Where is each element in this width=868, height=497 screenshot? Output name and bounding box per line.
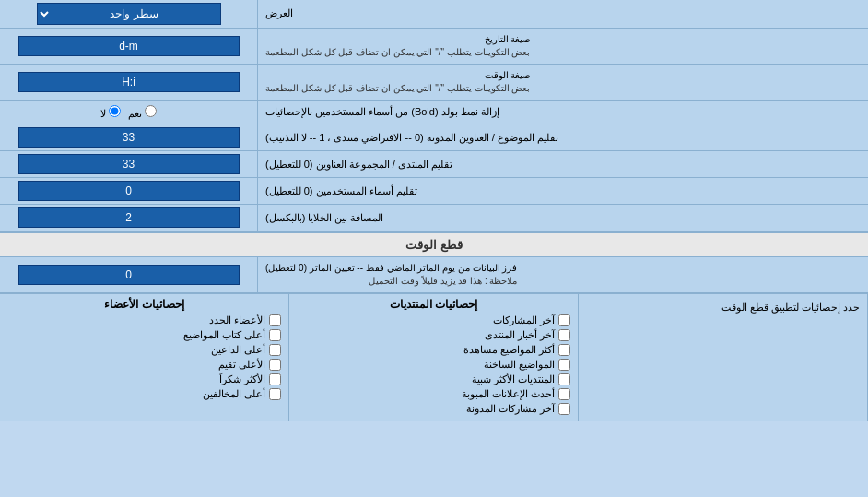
cutoff-label: فرز البيانات من يوم الماثر الماضي فقط --… — [258, 257, 868, 292]
username-limit-input-cell[interactable] — [0, 178, 258, 204]
forum-stats-col: إحصائيات المنتديات آخر المشاركات آخر أخب… — [289, 294, 579, 421]
date-format-input[interactable] — [18, 36, 240, 56]
bold-remove-row: إزالة نمط بولد (Bold) من أسماء المستخدمي… — [0, 101, 868, 124]
forum-limit-input[interactable] — [18, 154, 240, 174]
username-limit-input[interactable] — [18, 181, 240, 201]
member-stats-title: إحصائيات الأعضاء — [7, 298, 281, 311]
radio-yes[interactable] — [145, 105, 157, 117]
cutoff-row-note: ملاحظة : هذا قد يزيد قليلاً وقت التحميل — [265, 275, 517, 288]
bold-remove-label: إزالة نمط بولد (Bold) من أسماء المستخدمي… — [258, 101, 868, 124]
cutoff-title: قطع الوقت — [405, 238, 463, 252]
section-label: العرض — [258, 0, 868, 28]
bold-remove-radio-group: نعم لا — [18, 105, 240, 120]
forum-stats-title: إحصائيات المنتديات — [297, 298, 570, 311]
time-format-input[interactable] — [18, 72, 240, 92]
time-format-title: صيغة الوقت — [265, 69, 530, 82]
checkbox-most-viewed[interactable]: أكثر المواضيع مشاهدة — [297, 344, 570, 356]
checkbox-latest-ads[interactable]: أحدث الإعلانات المبوبة — [297, 388, 570, 400]
display-select[interactable]: سطر واحد سطرين ثلاثة أسطر — [37, 3, 221, 25]
section-title: العرض — [265, 6, 293, 20]
gap-input-cell[interactable] — [0, 205, 258, 231]
checkbox-top-violators[interactable]: أعلى المخالفين — [7, 388, 281, 400]
forum-limit-label: تقليم المنتدى / المجموعة العناوين (0 للت… — [258, 151, 868, 177]
gap-label: المسافة بين الخلايا (بالبكسل) — [258, 205, 868, 231]
cutoff-row-title: فرز البيانات من يوم الماثر الماضي فقط --… — [265, 262, 517, 275]
time-format-label: صيغة الوقت بعض التكوينات يتطلب "/" التي … — [258, 65, 868, 100]
forum-limit-title: تقليم المنتدى / المجموعة العناوين (0 للت… — [265, 158, 452, 172]
gap-title: المسافة بين الخلايا (بالبكسل) — [265, 211, 384, 225]
date-format-sublabel: بعض التكوينات يتطلب "/" التي يمكن ان تضا… — [265, 46, 530, 59]
radio-no[interactable] — [109, 105, 121, 117]
date-format-input-cell[interactable] — [0, 29, 258, 64]
radio-no-label[interactable]: لا — [100, 105, 121, 120]
forum-limit-row: تقليم المنتدى / المجموعة العناوين (0 للت… — [0, 151, 868, 178]
subject-limit-title: تقليم الموضوع / العناوين المدونة (0 -- ا… — [265, 131, 558, 145]
username-limit-label: تقليم أسماء المستخدمين (0 للتعطيل) — [258, 178, 868, 204]
bold-remove-input-cell: نعم لا — [0, 101, 258, 124]
subject-limit-input[interactable] — [18, 127, 240, 148]
subject-limit-label: تقليم الموضوع / العناوين المدونة (0 -- ا… — [258, 124, 868, 150]
cutoff-row: فرز البيانات من يوم الماثر الماضي فقط --… — [0, 257, 868, 293]
cutoff-header: قطع الوقت — [0, 231, 868, 257]
apply-label-text: حدد إحصائيات لتطبيق قطع الوقت — [586, 298, 860, 317]
forum-limit-input-cell[interactable] — [0, 151, 258, 177]
username-limit-row: تقليم أسماء المستخدمين (0 للتعطيل) — [0, 178, 868, 205]
gap-input[interactable] — [18, 207, 240, 228]
time-format-input-cell[interactable] — [0, 65, 258, 100]
cutoff-input-cell[interactable] — [0, 257, 258, 292]
date-format-label: صيغة التاريخ بعض التكوينات يتطلب "/" الت… — [258, 29, 868, 64]
subject-limit-row: تقليم الموضوع / العناوين المدونة (0 -- ا… — [0, 124, 868, 151]
bold-remove-title: إزالة نمط بولد (Bold) من أسماء المستخدمي… — [265, 105, 499, 119]
apply-label-col: حدد إحصائيات لتطبيق قطع الوقت — [579, 294, 868, 421]
cutoff-input[interactable] — [18, 265, 240, 285]
time-format-sublabel: بعض التكوينات يتطلب "/" التي يمكن ان تضا… — [265, 82, 530, 95]
subject-limit-input-cell[interactable] — [0, 124, 258, 150]
header-row: العرض سطر واحد سطرين ثلاثة أسطر — [0, 0, 868, 29]
gap-row: المسافة بين الخلايا (بالبكسل) — [0, 205, 868, 231]
checkbox-new-members[interactable]: الأعضاء الجدد — [7, 314, 281, 326]
checkbox-similar-forums[interactable]: المنتديات الأكثر شبية — [297, 373, 570, 385]
checkbox-most-thanked[interactable]: الأكثر شكراً — [7, 373, 281, 385]
stats-checkboxes-section: حدد إحصائيات لتطبيق قطع الوقت إحصائيات ا… — [0, 293, 868, 421]
checkbox-hot-topics[interactable]: المواضيع الساخنة — [297, 359, 570, 371]
time-format-row: صيغة الوقت بعض التكوينات يتطلب "/" التي … — [0, 65, 868, 101]
select-cell[interactable]: سطر واحد سطرين ثلاثة أسطر — [0, 0, 258, 28]
checkbox-top-inviters[interactable]: أعلى الداعين — [7, 344, 281, 356]
username-limit-title: تقليم أسماء المستخدمين (0 للتعطيل) — [265, 184, 417, 198]
member-stats-col: إحصائيات الأعضاء الأعضاء الجدد أعلى كتاب… — [0, 294, 289, 421]
date-format-title: صيغة التاريخ — [265, 33, 530, 46]
date-format-row: صيغة التاريخ بعض التكوينات يتطلب "/" الت… — [0, 29, 868, 65]
checkbox-top-writers[interactable]: أعلى كتاب المواضيع — [7, 329, 281, 341]
checkbox-last-posts[interactable]: آخر المشاركات — [297, 314, 570, 326]
radio-yes-label[interactable]: نعم — [128, 105, 157, 120]
checkbox-last-news[interactable]: آخر أخبار المنتدى — [297, 329, 570, 341]
checkbox-top-rated[interactable]: الأعلى تقيم — [7, 359, 281, 371]
checkbox-blog-posts[interactable]: آخر مشاركات المدونة — [297, 403, 570, 415]
